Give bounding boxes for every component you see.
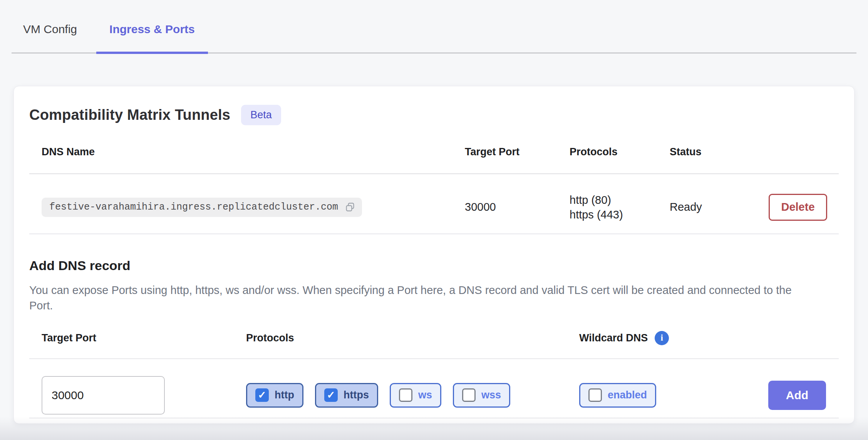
wildcard-cell: enabled	[579, 383, 768, 408]
protocol-line-https: https (443)	[570, 207, 670, 222]
col-header-protocols: Protocols	[570, 146, 670, 158]
add-button[interactable]: Add	[768, 381, 826, 410]
dns-name-cell: festive-varahamihira.ingress.replicatedc…	[42, 198, 465, 217]
dns-name-pill: festive-varahamihira.ingress.replicatedc…	[42, 198, 362, 217]
dns-name-value: festive-varahamihira.ingress.replicatedc…	[49, 202, 338, 213]
protocol-chip-label: wss	[481, 389, 501, 401]
tab-ingress-ports[interactable]: Ingress & Ports	[96, 22, 208, 54]
protocol-chip-http[interactable]: ✓ http	[246, 383, 303, 408]
tab-vm-config[interactable]: VM Config	[12, 22, 89, 52]
protocol-chip-group: ✓ http ✓ https ws wss	[246, 383, 579, 408]
checkbox-checked-icon: ✓	[324, 388, 338, 402]
tunnels-card: Compatibility Matrix Tunnels Beta DNS Na…	[13, 86, 855, 424]
protocol-chip-label: http	[275, 389, 294, 401]
wildcard-chip-label: enabled	[608, 389, 647, 401]
protocol-chip-label: https	[344, 389, 369, 401]
delete-button[interactable]: Delete	[769, 194, 827, 221]
add-cell: Add	[768, 381, 839, 410]
wildcard-enabled-chip[interactable]: enabled	[579, 383, 656, 408]
actions-cell: Delete	[769, 194, 839, 221]
protocol-chip-ws[interactable]: ws	[390, 383, 441, 408]
form-header-wildcard-dns: Wildcard DNS i	[579, 331, 768, 345]
info-icon[interactable]: i	[655, 331, 669, 345]
add-dns-form-row: ✓ http ✓ https ws wss enabled Add	[29, 359, 839, 418]
form-header-protocols: Protocols	[246, 331, 579, 345]
checkbox-unchecked-icon	[588, 388, 602, 402]
add-dns-description: You can expose Ports using http, https, …	[29, 282, 817, 313]
protocol-chip-wss[interactable]: wss	[453, 383, 510, 408]
target-port-input[interactable]	[42, 376, 165, 415]
tab-bar: VM Config Ingress & Ports	[12, 0, 856, 54]
checkbox-unchecked-icon	[399, 388, 412, 402]
card-title-row: Compatibility Matrix Tunnels Beta	[29, 86, 839, 125]
target-port-field-cell	[42, 376, 246, 415]
protocol-chip-https[interactable]: ✓ https	[315, 383, 378, 408]
add-dns-form-header: Target Port Protocols Wildcard DNS i	[29, 313, 839, 359]
protocols-cell: http (80) https (443)	[570, 193, 670, 222]
card-title: Compatibility Matrix Tunnels	[29, 107, 230, 123]
tunnels-table-header: DNS Name Target Port Protocols Status	[29, 125, 839, 174]
form-header-target-port: Target Port	[42, 331, 246, 345]
protocol-chip-label: ws	[418, 389, 432, 401]
col-header-actions	[769, 146, 839, 158]
protocol-line-http: http (80)	[570, 193, 670, 207]
wildcard-dns-label: Wildcard DNS	[579, 332, 648, 344]
checkbox-checked-icon: ✓	[255, 388, 269, 402]
col-header-dns-name: DNS Name	[42, 146, 465, 158]
form-header-actions	[768, 331, 839, 345]
col-header-status: Status	[670, 146, 769, 158]
target-port-cell: 30000	[465, 201, 570, 213]
status-cell: Ready	[670, 201, 769, 213]
table-row: festive-varahamihira.ingress.replicatedc…	[29, 174, 839, 234]
add-dns-heading: Add DNS record	[29, 258, 839, 273]
copy-icon[interactable]	[344, 202, 356, 213]
col-header-target-port: Target Port	[465, 146, 570, 158]
beta-badge: Beta	[241, 105, 281, 125]
checkbox-unchecked-icon	[462, 388, 476, 402]
